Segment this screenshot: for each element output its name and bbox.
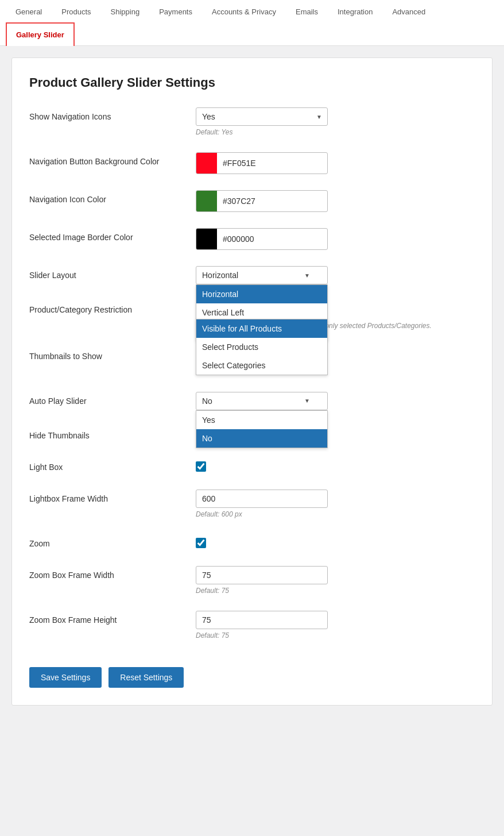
main-content: Product Gallery Slider Settings Show Nav… bbox=[11, 57, 493, 706]
tab-advanced[interactable]: Advanced bbox=[382, 0, 435, 23]
restriction-option-all[interactable]: Visible for All Products bbox=[196, 319, 327, 338]
tab-accounts-privacy[interactable]: Accounts & Privacy bbox=[202, 0, 286, 23]
zoom-box-frame-height-label: Zoom Box Frame Height bbox=[29, 611, 196, 625]
lightbox-frame-width-field: Default: 600 px bbox=[196, 490, 475, 518]
zoom-box-frame-width-field: Default: 75 bbox=[196, 566, 475, 595]
save-button[interactable]: Save Settings bbox=[29, 667, 102, 688]
tab-gallery-slider[interactable]: Gallery Slider bbox=[6, 22, 75, 46]
tab-bar: General Products Shipping Payments Accou… bbox=[0, 0, 504, 46]
zoom-row: Zoom bbox=[29, 534, 475, 550]
zoom-box-frame-width-row: Zoom Box Frame Width Default: 75 bbox=[29, 566, 475, 595]
show-navigation-icons-hint: Default: Yes bbox=[196, 128, 475, 136]
selected-image-border-color-row: Selected Image Border Color bbox=[29, 228, 475, 250]
nav-bg-color-row: Navigation Button Background Color bbox=[29, 152, 475, 174]
hide-thumbnails-label: Hide Thumbnails bbox=[29, 426, 196, 440]
show-navigation-icons-field: Yes No Default: Yes bbox=[196, 107, 475, 136]
product-category-restriction-label: Product/Category Restriction bbox=[29, 301, 196, 314]
show-navigation-icons-label: Show Navigation Icons bbox=[29, 107, 196, 121]
show-navigation-icons-select[interactable]: Yes No bbox=[196, 107, 328, 126]
zoom-box-frame-width-hint: Default: 75 bbox=[196, 587, 475, 595]
lightbox-frame-width-label: Lightbox Frame Width bbox=[29, 490, 196, 503]
selected-image-border-color-field bbox=[196, 228, 475, 250]
product-category-restriction-list: Visible for All Products Select Products… bbox=[196, 319, 328, 375]
zoom-checkbox[interactable] bbox=[196, 538, 206, 548]
page-title: Product Gallery Slider Settings bbox=[29, 75, 475, 90]
tab-shipping[interactable]: Shipping bbox=[101, 0, 150, 23]
selected-image-border-color-text[interactable] bbox=[217, 230, 328, 248]
auto-play-slider-list: Yes No bbox=[196, 410, 328, 448]
slider-layout-field: Horizontal ▼ Horizontal Vertical Left Ve… bbox=[196, 266, 475, 284]
slider-layout-value: Horizontal bbox=[202, 271, 238, 280]
tab-emails[interactable]: Emails bbox=[286, 0, 328, 23]
auto-play-slider-value: No bbox=[202, 396, 212, 406]
zoom-label: Zoom bbox=[29, 534, 196, 548]
auto-play-slider-field: No ▼ Yes No bbox=[196, 392, 475, 410]
nav-bg-color-label: Navigation Button Background Color bbox=[29, 152, 196, 166]
slider-layout-option-horizontal[interactable]: Horizontal bbox=[196, 285, 327, 303]
nav-icon-color-input[interactable] bbox=[196, 190, 328, 212]
nav-bg-color-field bbox=[196, 152, 475, 174]
zoom-box-frame-height-field: Default: 75 bbox=[196, 611, 475, 639]
zoom-box-frame-height-row: Zoom Box Frame Height Default: 75 bbox=[29, 611, 475, 639]
zoom-field bbox=[196, 534, 475, 550]
zoom-box-frame-width-input[interactable] bbox=[196, 566, 328, 584]
nav-bg-color-text[interactable] bbox=[217, 155, 328, 172]
selected-image-border-color-swatch[interactable] bbox=[196, 229, 217, 249]
auto-play-option-no[interactable]: No bbox=[196, 429, 327, 448]
thumbnails-to-show-label: Thumbnails to Show bbox=[29, 347, 196, 361]
slider-layout-selected[interactable]: Horizontal ▼ bbox=[196, 266, 328, 284]
nav-icon-color-label: Navigation Icon Color bbox=[29, 190, 196, 204]
nav-bg-color-swatch[interactable] bbox=[196, 153, 217, 174]
selected-image-border-color-label: Selected Image Border Color bbox=[29, 228, 196, 242]
tab-general[interactable]: General bbox=[6, 0, 52, 23]
nav-icon-color-swatch[interactable] bbox=[196, 191, 217, 211]
restriction-option-select-products[interactable]: Select Products bbox=[196, 338, 327, 356]
zoom-box-frame-width-label: Zoom Box Frame Width bbox=[29, 566, 196, 580]
light-box-row: Light Box bbox=[29, 458, 475, 473]
restriction-option-select-categories[interactable]: Select Categories bbox=[196, 356, 327, 375]
auto-play-slider-selected[interactable]: No ▼ bbox=[196, 392, 328, 410]
nav-icon-color-row: Navigation Icon Color bbox=[29, 190, 475, 212]
lightbox-frame-width-row: Lightbox Frame Width Default: 600 px bbox=[29, 490, 475, 518]
tab-integration[interactable]: Integration bbox=[328, 0, 382, 23]
auto-play-slider-label: Auto Play Slider bbox=[29, 392, 196, 406]
chevron-down-icon: ▼ bbox=[304, 272, 310, 279]
lightbox-frame-width-input[interactable] bbox=[196, 490, 328, 508]
lightbox-frame-width-hint: Default: 600 px bbox=[196, 510, 475, 518]
zoom-box-frame-height-hint: Default: 75 bbox=[196, 631, 475, 639]
slider-layout-row: Slider Layout Horizontal ▼ Horizontal Ve… bbox=[29, 266, 475, 284]
tab-payments[interactable]: Payments bbox=[149, 0, 202, 23]
tab-products[interactable]: Products bbox=[52, 0, 100, 23]
show-navigation-icons-row: Show Navigation Icons Yes No Default: Ye… bbox=[29, 107, 475, 136]
light-box-field bbox=[196, 458, 475, 473]
nav-icon-color-field bbox=[196, 190, 475, 212]
auto-play-slider-dropdown[interactable]: No ▼ Yes No bbox=[196, 392, 328, 410]
reset-button[interactable]: Reset Settings bbox=[108, 667, 184, 688]
zoom-box-frame-height-input[interactable] bbox=[196, 611, 328, 629]
slider-layout-label: Slider Layout bbox=[29, 266, 196, 280]
auto-play-option-yes[interactable]: Yes bbox=[196, 411, 327, 429]
button-row: Save Settings Reset Settings bbox=[29, 656, 475, 688]
selected-image-border-color-input[interactable] bbox=[196, 228, 328, 250]
light-box-label: Light Box bbox=[29, 458, 196, 472]
light-box-checkbox[interactable] bbox=[196, 461, 206, 472]
nav-icon-color-text[interactable] bbox=[217, 192, 328, 210]
nav-bg-color-input[interactable] bbox=[196, 152, 328, 174]
auto-play-slider-row: Auto Play Slider No ▼ Yes No bbox=[29, 392, 475, 410]
chevron-down-icon: ▼ bbox=[304, 398, 310, 404]
slider-layout-dropdown[interactable]: Horizontal ▼ Horizontal Vertical Left Ve… bbox=[196, 266, 328, 284]
